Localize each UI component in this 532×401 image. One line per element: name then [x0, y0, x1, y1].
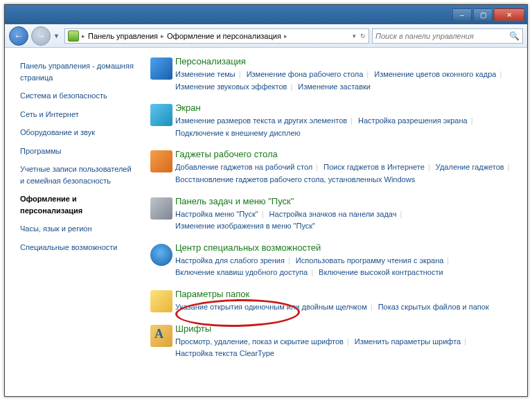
category-title[interactable]: Шрифты [175, 323, 516, 334]
category-icon [150, 290, 172, 312]
sidebar-item[interactable]: Сеть и Интернет [20, 109, 135, 121]
sidebar-item[interactable]: Учетные записи пользователей и семейная … [20, 163, 135, 186]
back-button[interactable]: ← [9, 26, 28, 46]
task-link[interactable]: Просмотр, удаление, показ и скрытие шриф… [175, 337, 344, 346]
sidebar-item[interactable]: Специальные возможности [20, 242, 135, 253]
sidebar-item[interactable]: Оформление и персонализация [20, 193, 135, 216]
search-icon: 🔍 [509, 31, 520, 41]
task-link[interactable]: Включение клавиш удобного доступа [175, 268, 308, 276]
category-icon [150, 57, 172, 80]
body: Панель управления - домашняя страница Си… [5, 48, 527, 396]
close-button[interactable]: ✕ [494, 8, 524, 21]
task-link[interactable]: Изменение заставки [298, 82, 371, 91]
category-links: Настройка для слабого зрения| Использова… [175, 255, 516, 279]
category-section: ШрифтыПросмотр, удаление, показ и скрыти… [148, 323, 516, 360]
window-frame: – ▢ ✕ ← → ▼ ▸ Панель управления ▸ Оформл… [4, 4, 528, 397]
refresh-icon[interactable]: ↻ [360, 33, 366, 39]
category-section: Центр специальных возможностейНастройка … [148, 242, 516, 279]
chevron-right-icon: ▸ [161, 33, 164, 39]
task-link[interactable]: Указание открытия одиночным или двойным … [175, 303, 367, 311]
task-link[interactable]: Восстановление гаджетов рабочего стола, … [175, 175, 415, 184]
category-links: Изменение размеров текста и других элеме… [175, 115, 516, 139]
chevron-right-icon: ▸ [82, 33, 85, 39]
category-title[interactable]: Параметры папок [175, 289, 516, 299]
task-link[interactable]: Настройка текста ClearType [175, 349, 274, 357]
task-link[interactable]: Включение высокой контрастности [319, 268, 443, 276]
category-links: Добавление гаджетов на рабочий стол| Пои… [175, 161, 516, 186]
category-title[interactable]: Центр специальных возможностей [175, 242, 516, 253]
category-title[interactable]: Гаджеты рабочего стола [175, 149, 516, 159]
task-link[interactable]: Изменение размеров текста и других элеме… [175, 116, 347, 125]
category-title[interactable]: Панель задач и меню "Пуск" [175, 196, 516, 206]
sidebar: Панель управления - домашняя страница Си… [5, 48, 143, 396]
control-panel-icon [68, 30, 79, 42]
sidebar-item[interactable]: Программы [20, 145, 135, 157]
maximize-button[interactable]: ▢ [473, 8, 493, 21]
category-icon [150, 104, 172, 126]
search-input[interactable] [375, 32, 506, 40]
content-area: ПерсонализацияИзменение темы| Изменение … [143, 48, 527, 396]
sidebar-home[interactable]: Панель управления - домашняя страница [20, 60, 135, 83]
category-icon [150, 244, 172, 266]
task-link[interactable]: Изменение темы [175, 70, 236, 78]
history-dropdown-icon[interactable]: ▼ [53, 33, 62, 39]
task-link[interactable]: Настройка значков на панели задач [269, 210, 397, 218]
search-box[interactable]: 🔍 [372, 28, 523, 44]
address-bar[interactable]: ▸ Панель управления ▸ Оформление и персо… [64, 28, 369, 44]
task-link[interactable]: Подключение к внешнему дисплею [175, 129, 301, 137]
sidebar-item[interactable]: Часы, язык и регион [20, 223, 135, 235]
task-link[interactable]: Изменение изображения в меню "Пуск" [175, 222, 315, 230]
category-title[interactable]: Экран [175, 103, 516, 113]
breadcrumb[interactable]: Панель управления [88, 32, 158, 40]
dropdown-icon[interactable]: ▾ [353, 33, 356, 39]
category-links: Указание открытия одиночным или двойным … [175, 301, 516, 314]
category-section: Гаджеты рабочего столаДобавление гаджето… [148, 149, 516, 186]
category-section: Панель задач и меню "Пуск"Настройка меню… [148, 196, 516, 233]
breadcrumb[interactable]: Оформление и персонализация [167, 32, 281, 40]
forward-button[interactable]: → [31, 26, 51, 46]
category-links: Просмотр, удаление, показ и скрытие шриф… [175, 336, 516, 360]
task-link[interactable]: Удаление гаджетов [436, 163, 504, 171]
category-section: ПерсонализацияИзменение темы| Изменение … [148, 56, 516, 93]
category-links: Изменение темы| Изменение фона рабочего … [175, 69, 516, 93]
task-link[interactable]: Использовать программу чтения с экрана [296, 256, 444, 265]
category-links: Настройка меню "Пуск"| Настройка значков… [175, 208, 516, 233]
chevron-right-icon: ▸ [284, 33, 287, 39]
task-link[interactable]: Добавление гаджетов на рабочий стол [175, 163, 312, 171]
task-link[interactable]: Изменение фона рабочего стола [247, 70, 364, 78]
category-icon [150, 325, 172, 347]
nav-bar: ← → ▼ ▸ Панель управления ▸ Оформление и… [5, 24, 527, 48]
category-icon [150, 197, 172, 220]
task-link[interactable]: Изменение звуковых эффектов [175, 82, 287, 91]
task-link[interactable]: Изменение цветов оконного кадра [374, 70, 496, 78]
task-link[interactable]: Настройка для слабого зрения [175, 256, 285, 265]
titlebar: – ▢ ✕ [5, 5, 527, 24]
category-title[interactable]: Персонализация [175, 56, 516, 66]
minimize-button[interactable]: – [452, 8, 472, 21]
task-link[interactable]: Поиск гаджетов в Интернете [323, 163, 425, 171]
task-link[interactable]: Настройка меню "Пуск" [175, 210, 258, 218]
task-link[interactable]: Изменить параметры шрифта [355, 337, 461, 346]
sidebar-item[interactable]: Оборудование и звук [20, 127, 135, 139]
category-icon [150, 150, 172, 172]
category-section: ЭкранИзменение размеров текста и других … [148, 103, 516, 139]
task-link[interactable]: Показ скрытых файлов и папок [378, 303, 489, 311]
category-section: Параметры папокУказание открытия одиночн… [148, 289, 516, 314]
sidebar-item[interactable]: Система и безопасность [20, 90, 135, 102]
task-link[interactable]: Настройка разрешения экрана [358, 116, 468, 125]
